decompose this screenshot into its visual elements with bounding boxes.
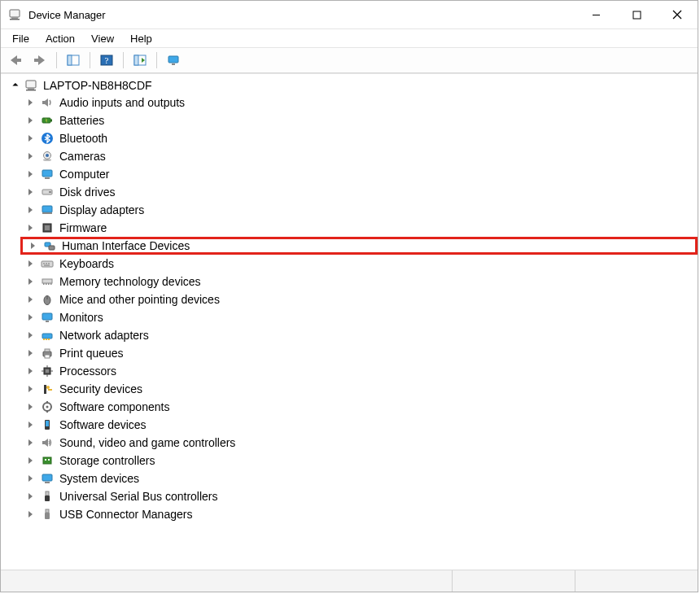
expand-icon[interactable]: [25, 312, 35, 322]
svg-rect-141: [46, 421, 49, 426]
status-cell: [575, 570, 698, 592]
menu-help[interactable]: Help: [124, 31, 162, 46]
expand-icon[interactable]: [25, 438, 35, 448]
expand-icon[interactable]: [25, 456, 35, 465]
window-title: Device Manager: [28, 9, 106, 21]
svg-rect-84: [172, 63, 175, 65]
svg-rect-146: [42, 474, 52, 481]
nav-forward-button[interactable]: [28, 50, 51, 71]
expand-icon[interactable]: [25, 491, 35, 501]
menu-view[interactable]: View: [85, 31, 124, 46]
app-icon: [7, 7, 22, 22]
network-icon: [40, 328, 55, 343]
tree-category-row[interactable]: Human Interface Devices: [20, 237, 698, 255]
minimize-button[interactable]: [575, 1, 616, 28]
monitor-button[interactable]: [162, 50, 185, 71]
expand-icon[interactable]: [25, 366, 35, 376]
tree-category-row[interactable]: Mice and other pointing devices: [20, 290, 698, 308]
svg-rect-126: [45, 355, 50, 358]
expand-icon[interactable]: [25, 151, 35, 161]
category-label: Display adapters: [59, 203, 144, 216]
expand-icon[interactable]: [25, 330, 35, 340]
titlebar: Device Manager: [1, 1, 698, 28]
menu-file[interactable]: File: [6, 31, 39, 46]
expand-icon[interactable]: [28, 241, 37, 251]
category-label: Network adapters: [59, 329, 149, 342]
tree-category-row[interactable]: Universal Serial Bus controllers: [20, 487, 698, 505]
expand-icon[interactable]: [25, 133, 35, 143]
tree-category-row[interactable]: Keyboards: [20, 255, 698, 273]
maximize-button[interactable]: [616, 1, 657, 28]
camera-icon: [40, 149, 55, 164]
help-button[interactable]: ?: [95, 50, 118, 71]
expand-icon[interactable]: [25, 402, 35, 412]
svg-rect-115: [50, 283, 52, 285]
tree-category-row[interactable]: Display adapters: [20, 201, 698, 219]
close-button[interactable]: [657, 1, 698, 28]
category-label: USB Connector Managers: [59, 508, 192, 521]
expand-icon[interactable]: [25, 187, 35, 197]
tree-category-row[interactable]: Processors: [20, 362, 698, 380]
category-label: Mice and other pointing devices: [59, 293, 220, 306]
category-label: Human Interface Devices: [62, 239, 190, 252]
tree-category-row[interactable]: Monitors: [20, 308, 698, 326]
expand-icon[interactable]: [9, 81, 19, 90]
tree-category-row[interactable]: Batteries: [20, 111, 698, 129]
svg-rect-108: [46, 263, 47, 264]
monitor-icon: [40, 310, 55, 325]
expand-icon[interactable]: [25, 205, 35, 215]
tree-category-row[interactable]: Software components: [20, 398, 698, 416]
expand-icon[interactable]: [25, 98, 35, 107]
mouse-icon: [40, 292, 55, 307]
tree-category-row[interactable]: Security devices: [20, 380, 698, 398]
svg-rect-147: [45, 482, 50, 483]
svg-rect-90: [50, 120, 52, 122]
tree-category-row[interactable]: Storage controllers: [20, 452, 698, 470]
device-tree[interactable]: LAPTOP-NB8H8CDF Audio inputs and outputs…: [1, 73, 698, 570]
tree-category-row[interactable]: Computer: [20, 165, 698, 183]
statusbar: [1, 570, 698, 592]
tree-category-row[interactable]: Network adapters: [20, 326, 698, 344]
expand-icon[interactable]: [25, 116, 35, 125]
tree-root-node[interactable]: LAPTOP-NB8H8CDF: [4, 77, 698, 94]
tree-category-row[interactable]: Cameras: [20, 147, 698, 165]
expand-icon[interactable]: [25, 420, 35, 430]
expand-icon[interactable]: [25, 259, 35, 269]
tree-category-row[interactable]: System devices: [20, 470, 698, 487]
category-label: Bluetooth: [59, 132, 107, 145]
tree-category-row[interactable]: USB Connector Managers: [20, 505, 698, 523]
tree-category-row[interactable]: Print queues: [20, 344, 698, 362]
show-hide-tree-button[interactable]: [62, 50, 85, 71]
root-label: LAPTOP-NB8H8CDF: [43, 79, 152, 92]
expand-icon[interactable]: [25, 509, 35, 519]
category-label: Memory technology devices: [59, 275, 201, 288]
svg-rect-100: [42, 206, 52, 212]
tree-category-row[interactable]: Disk drives: [20, 183, 698, 201]
tree-category-row[interactable]: Bluetooth: [20, 129, 698, 147]
expand-icon[interactable]: [25, 223, 35, 233]
tree-category-row[interactable]: Firmware: [20, 219, 698, 237]
svg-rect-68: [11, 17, 18, 19]
expand-icon[interactable]: [25, 348, 35, 358]
nav-back-button[interactable]: [4, 50, 27, 71]
expand-icon[interactable]: [25, 277, 35, 286]
svg-rect-97: [45, 177, 50, 179]
software-component-icon: [40, 400, 55, 414]
svg-rect-121: [43, 338, 45, 340]
svg-rect-83: [168, 56, 178, 63]
tree-category-row[interactable]: Software devices: [20, 416, 698, 434]
svg-rect-114: [48, 283, 50, 285]
speaker-icon: [40, 95, 55, 110]
tree-category-row[interactable]: Sound, video and game controllers: [20, 434, 698, 452]
scan-hardware-button[interactable]: [129, 50, 151, 71]
menu-action[interactable]: Action: [39, 31, 85, 46]
tree-category-row[interactable]: Audio inputs and outputs: [20, 94, 698, 111]
expand-icon[interactable]: [25, 295, 35, 304]
svg-rect-151: [45, 513, 50, 519]
tree-category-row[interactable]: Memory technology devices: [20, 273, 698, 290]
svg-point-95: [46, 154, 49, 157]
expand-icon[interactable]: [25, 384, 35, 394]
computer-icon: [40, 167, 55, 181]
expand-icon[interactable]: [25, 474, 35, 483]
expand-icon[interactable]: [25, 169, 35, 179]
